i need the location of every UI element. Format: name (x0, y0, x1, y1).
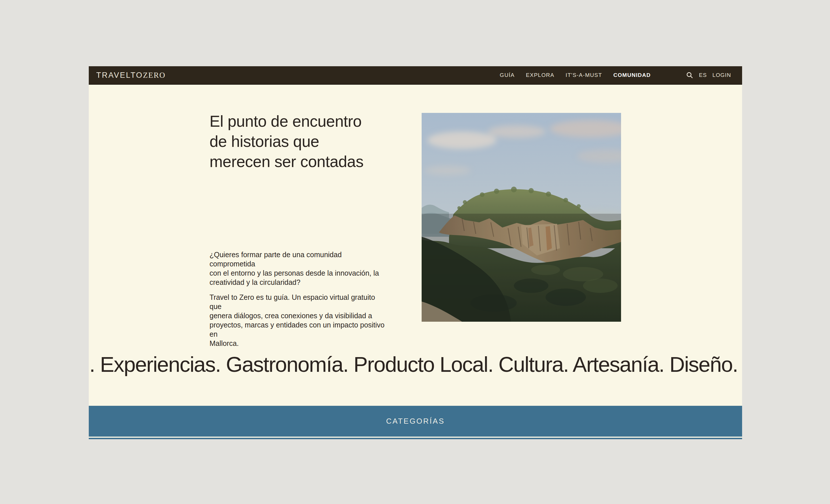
hero-copy: ¿Quieres formar parte de una comunidad c… (210, 250, 388, 348)
nav-item-its-a-must[interactable]: IT'S-A-MUST (566, 72, 602, 78)
main-nav: GUÍA EXPLORA IT'S-A-MUST COMUNIDAD (500, 72, 651, 78)
hero-paragraph-1: ¿Quieres formar parte de una comunidad c… (210, 250, 388, 287)
categories-bar-label: CATEGORÍAS (386, 417, 445, 426)
category-marquee-text: . Experiencias. Gastronomía. Producto Lo… (89, 351, 742, 378)
mountain-photo-illustration (422, 113, 621, 322)
site-header: TRAVELTOZERO GUÍA EXPLORA IT'S-A-MUST CO… (89, 66, 742, 85)
canvas: { "colors": { "canvas_bg": "#e3e2de", "p… (0, 0, 830, 504)
category-marquee: . Experiencias. Gastronomía. Producto Lo… (89, 351, 742, 380)
site-page: TRAVELTOZERO GUÍA EXPLORA IT'S-A-MUST CO… (89, 66, 742, 439)
bottom-rule (89, 438, 742, 439)
logo-part-sans: TRAVELTO (96, 71, 143, 79)
nav-item-guia[interactable]: GUÍA (500, 72, 515, 78)
site-logo[interactable]: TRAVELTOZERO (96, 71, 166, 80)
nav-item-explora[interactable]: EXPLORA (526, 72, 554, 78)
hero-paragraph-2: Travel to Zero es tu guía. Un espacio vi… (210, 293, 388, 348)
language-selector[interactable]: ES (699, 72, 707, 78)
login-link[interactable]: LOGIN (712, 72, 731, 78)
search-icon[interactable] (686, 71, 693, 79)
hero-heading: El punto de encuentro de historias que m… (210, 111, 394, 172)
logo-part-serif: ZERO (143, 71, 166, 79)
mountain-photo (422, 113, 621, 322)
nav-item-comunidad[interactable]: COMUNIDAD (613, 72, 651, 78)
categories-bar[interactable]: CATEGORÍAS (89, 406, 742, 437)
utility-nav: ES LOGIN (686, 71, 731, 79)
photo-grain (422, 113, 621, 322)
